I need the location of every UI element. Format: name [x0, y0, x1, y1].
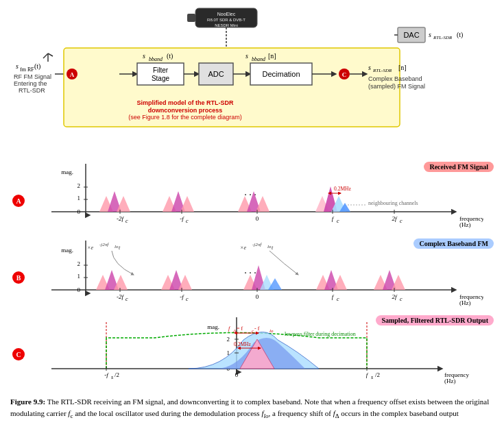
svg-text:C: C: [342, 71, 347, 78]
svg-text:Filter: Filter: [153, 66, 169, 74]
svg-text:NooElec: NooElec: [217, 12, 236, 16]
caption-text: The RTL-SDR receiving an FM signal, and …: [10, 397, 489, 417]
svg-line-13: [48, 53, 53, 56]
svg-text:2: 2: [77, 260, 81, 267]
plot-c-svg: 0 1 2 mag. -f s /2 0 f s /2 frequency (H…: [31, 314, 483, 393]
svg-text:f: f: [332, 215, 335, 222]
svg-text:R8.0T SDR & DVB-T: R8.0T SDR & DVB-T: [207, 18, 245, 22]
svg-text:RTL-SDR: RTL-SDR: [19, 87, 45, 94]
badge-b: B: [12, 271, 25, 284]
badge-c-col: C: [10, 314, 27, 360]
svg-line-12: [43, 53, 48, 58]
svg-text:-j2πf: -j2πf: [99, 242, 109, 247]
svg-rect-1: [187, 14, 195, 22]
svg-text:Entering the: Entering the: [14, 80, 47, 87]
svg-text:s: s: [371, 374, 373, 380]
plots-area: A Received FM Signal 0 1 2 mag. -2f c -f…: [10, 160, 494, 389]
svg-text:[n]: [n]: [398, 64, 407, 71]
badge-c: C: [12, 348, 25, 360]
figure-caption: Figure 9.9: The RTL-SDR receiving an FM …: [10, 396, 494, 421]
svg-text:c: c: [186, 296, 189, 302]
svg-text:-f: -f: [180, 293, 184, 300]
svg-text:2f: 2f: [392, 215, 398, 222]
svg-text:0: 0: [256, 215, 259, 222]
svg-text:0: 0: [77, 286, 81, 293]
svg-text:lo: lo: [269, 328, 274, 334]
svg-text:c: c: [125, 218, 128, 224]
svg-text:mag.: mag.: [61, 247, 73, 254]
svg-text:neighbouring channels: neighbouring channels: [368, 200, 418, 206]
svg-text:c: c: [337, 296, 339, 302]
svg-text:(t): (t): [167, 52, 173, 60]
svg-text:fm RF: fm RF: [20, 66, 34, 73]
plot-b-row: B Complex Baseband FM 0 1 2 mag. -2f c -…: [10, 237, 494, 312]
svg-text:Complex Baseband: Complex Baseband: [368, 75, 422, 82]
svg-text:downconversion process: downconversion process: [148, 107, 223, 114]
plot-b-container: Complex Baseband FM 0 1 2 mag. -2f c -f …: [31, 237, 494, 312]
svg-text:RTL-SDR: RTL-SDR: [372, 68, 392, 73]
svg-text:RTL-SDR: RTL-SDR: [433, 35, 453, 40]
svg-text:0.2MHz: 0.2MHz: [334, 186, 351, 192]
svg-text:2: 2: [227, 336, 230, 343]
svg-text:1: 1: [77, 273, 81, 280]
svg-text:0: 0: [256, 293, 259, 300]
svg-text:s: s: [111, 374, 113, 380]
svg-text:c: c: [400, 296, 403, 302]
svg-text:2f: 2f: [392, 293, 398, 300]
svg-text:Decimation: Decimation: [262, 70, 300, 78]
svg-text:×e: ×e: [87, 245, 93, 251]
plot-a-svg: 0 1 2 mag. -2f c -f c 0 f c 2f c frequen…: [31, 160, 483, 232]
svg-text:-2f: -2f: [117, 293, 124, 300]
svg-text:0: 0: [235, 371, 239, 378]
svg-text:ADC: ADC: [208, 70, 224, 78]
badge-a: A: [12, 195, 25, 207]
badge-b-col: B: [10, 237, 27, 284]
svg-text:0: 0: [77, 208, 81, 215]
plot-b-title: Complex Baseband FM: [413, 238, 494, 249]
svg-text:-f: -f: [104, 371, 109, 378]
svg-text:[n]: [n]: [268, 52, 276, 60]
svg-text:(Hz): (Hz): [459, 299, 471, 306]
svg-text:f: f: [332, 293, 335, 300]
svg-text:A: A: [70, 71, 75, 78]
svg-text:bband: bband: [149, 56, 163, 62]
svg-text:s: s: [429, 31, 431, 38]
svg-text:c: c: [125, 296, 128, 302]
svg-text:s: s: [368, 64, 371, 71]
svg-text:Δ: Δ: [232, 328, 236, 334]
svg-text:t: t: [272, 245, 274, 251]
svg-text:×e: ×e: [240, 245, 246, 251]
svg-text:(see Figure 1.8 for the comple: (see Figure 1.8 for the complete diagram…: [128, 114, 242, 121]
plot-c-container: Sampled, Filtered RTL-SDR Output 0 1 2 m…: [31, 314, 494, 389]
svg-text:(Hz): (Hz): [444, 378, 456, 384]
svg-text:-j2πf: -j2πf: [252, 242, 262, 247]
svg-text:Simplified model of the RTL-SD: Simplified model of the RTL-SDR: [137, 99, 234, 106]
plot-c-row: C Sampled, Filtered RTL-SDR Output 0 1 2…: [10, 314, 494, 389]
svg-text:0.2MHz: 0.2MHz: [234, 341, 251, 347]
svg-text:s: s: [16, 62, 19, 70]
plot-c-title: Sampled, Filtered RTL-SDR Output: [376, 315, 494, 326]
svg-text:(t): (t): [457, 31, 463, 39]
svg-text:NESDR Mini: NESDR Mini: [215, 23, 238, 27]
svg-text:s: s: [143, 52, 145, 60]
svg-text:bband: bband: [252, 56, 266, 62]
svg-text:mag.: mag.: [61, 169, 73, 175]
svg-text:lowpass filter during decimati: lowpass filter during decimation: [285, 331, 356, 337]
plot-a-container: Received FM Signal 0 1 2 mag. -2f c -f c…: [31, 160, 494, 236]
diagram-svg: NooElec R8.0T SDR & DVB-T NESDR Mini s f…: [10, 7, 504, 154]
top-diagram: NooElec R8.0T SDR & DVB-T NESDR Mini s f…: [10, 7, 494, 158]
svg-text:c: c: [337, 218, 339, 224]
svg-text:DAC: DAC: [403, 31, 419, 39]
svg-text:-f: -f: [180, 215, 184, 222]
svg-text:(Hz): (Hz): [459, 221, 471, 228]
figure-label: Figure 9.9:: [10, 397, 45, 406]
plot-a-row: A Received FM Signal 0 1 2 mag. -2f c -f…: [10, 160, 494, 236]
svg-text:s: s: [245, 52, 248, 60]
svg-text:2: 2: [77, 182, 81, 189]
badge-a-col: A: [10, 160, 27, 207]
svg-text:/2: /2: [115, 371, 119, 378]
svg-text:f: f: [228, 326, 231, 332]
plot-b-svg: 0 1 2 mag. -2f c -f c 0 f c 2f c frequen…: [31, 237, 483, 311]
plot-a-title: Received FM Signal: [424, 162, 494, 172]
svg-text:= f: = f: [237, 326, 243, 332]
